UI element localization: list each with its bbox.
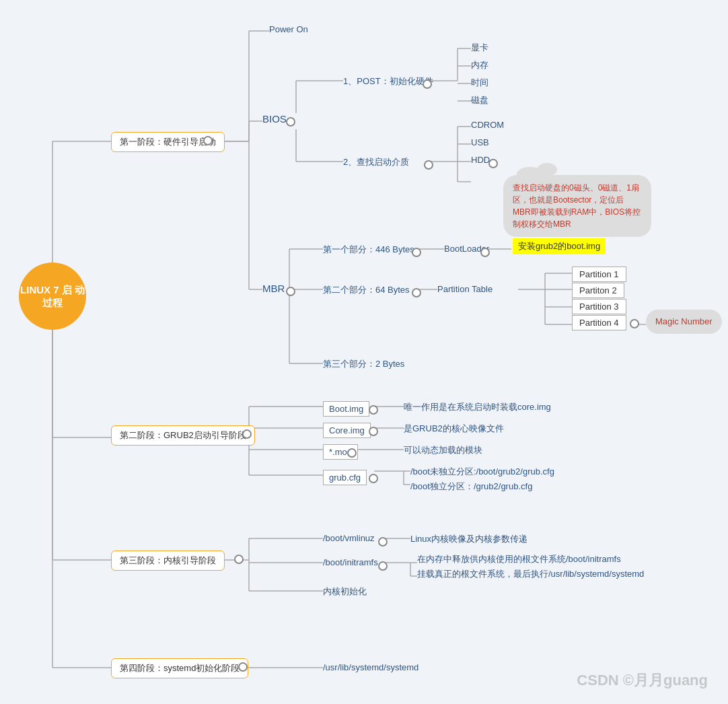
stage4-connector [238, 662, 248, 672]
part1-connector [412, 248, 421, 257]
bios-connector [286, 117, 295, 127]
partition4-connector [630, 319, 639, 328]
boot-item-2: HDD [471, 155, 490, 165]
post-item-0: 显卡 [471, 42, 488, 54]
bootloader-connector [480, 248, 490, 257]
grubcfg-desc1: /boot未独立分区:/boot/grub2/grub.cfg [410, 466, 554, 478]
coreimg-box: Core.img [323, 423, 371, 438]
post-connector [423, 79, 432, 89]
stage4-item: /usr/lib/systemd/systemd [323, 662, 418, 672]
hdd-cloud: 查找启动硬盘的0磁头、0磁道、1扇区，也就是Bootsector，定位后MBR即… [503, 175, 651, 237]
stage3-connector [234, 555, 244, 564]
kernel-init-label: 内核初始化 [323, 586, 367, 598]
partition1-box: Partition 1 [572, 267, 626, 282]
boot-item-1: USB [471, 137, 489, 147]
grubcfg-connector [369, 474, 378, 483]
stage2-connector [242, 429, 252, 439]
partition-table-label: Partition Table [437, 284, 493, 294]
partition4-box: Partition 4 [572, 315, 626, 330]
stage4-box: 第四阶段：systemd初始化阶段 [111, 658, 248, 678]
stage1-connector [203, 136, 213, 145]
hdd-connector [488, 159, 498, 168]
mbr-label: MBR [262, 283, 285, 294]
bootimg-connector [369, 405, 378, 415]
initramfs-desc1: 在内存中释放供内核使用的根文件系统/boot/initramfs [417, 553, 621, 565]
grubcfg-desc2: /boot独立分区：/grub2/grub.cfg [410, 481, 532, 493]
hdd-cloud-text: 查找启动硬盘的0磁头、0磁道、1扇区，也就是Bootsector，定位后MBR即… [503, 175, 651, 237]
initramfs-desc2: 挂载真正的根文件系统，最后执行/usr/lib/systemd/systemd [417, 568, 644, 580]
post-item-2: 时间 [471, 77, 488, 89]
boot-item-0: CDROM [471, 120, 504, 130]
bios-label: BIOS [262, 113, 287, 125]
post-item-1: 内存 [471, 59, 488, 71]
grubcfg-box: grub.cfg [323, 470, 367, 485]
vmlinuz-desc: Linux内核映像及内核参数传递 [410, 533, 527, 545]
boot-search-label: 2、查找启动介质 [343, 156, 409, 168]
post-item-3: 磁盘 [471, 94, 488, 106]
stage3-box: 第三阶段：内核引导阶段 [111, 551, 225, 571]
mod-desc: 可以动态加载的模块 [404, 444, 482, 456]
center-node: LINUX 7 启 动过程 [19, 262, 86, 330]
bootimg-desc: 唯一作用是在系统启动时装载core.img [404, 401, 551, 413]
install-grub2-box: 安装grub2的boot.img [513, 238, 606, 254]
stage2-box: 第二阶段：GRUB2启动引导阶段 [111, 425, 255, 446]
watermark: CSDN ©月月guang [577, 670, 708, 691]
coreimg-desc: 是GRUB2的核心映像文件 [404, 423, 504, 435]
part2-label: 第二个部分：64 Bytes [323, 284, 410, 296]
coreimg-connector [369, 427, 378, 436]
boot-search-connector [424, 160, 433, 170]
post-label: 1、POST：初始化硬件 [343, 75, 433, 87]
mbr-connector [286, 287, 295, 296]
vmlinuz-connector [378, 537, 388, 547]
partition2-box: Partiton 2 [572, 283, 624, 298]
partition3-box: Partition 3 [572, 299, 626, 314]
power-on-label: Power On [269, 24, 308, 34]
vmlinuz-label: /boot/vmlinuz [323, 533, 375, 543]
bootimg-box: Boot.img [323, 401, 369, 417]
part3-label: 第三个部分：2 Bytes [323, 358, 404, 370]
mod-connector [347, 448, 357, 458]
magic-number-cloud: Magic Number [646, 310, 722, 334]
part1-label: 第一个部分：446 Bytes [323, 244, 414, 256]
magic-number-text: Magic Number [646, 310, 722, 334]
part2-connector [412, 288, 421, 297]
initramfs-connector [378, 561, 388, 571]
initramfs-label: /boot/initramfs [323, 557, 378, 567]
